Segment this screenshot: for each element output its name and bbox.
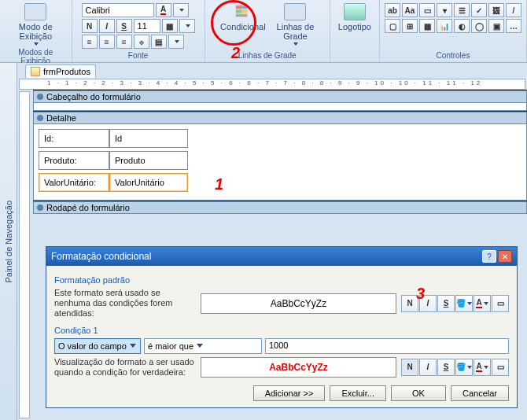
svg-rect-0 [236, 6, 241, 9]
align-left-button[interactable]: ≡ [82, 35, 98, 49]
default-enabled-button[interactable]: ▭ [492, 295, 509, 312]
vertical-ruler [19, 91, 30, 418]
fill-color-button[interactable]: ▦ [162, 19, 178, 33]
ribbon-group-label-controls: Controles [383, 50, 523, 61]
label-id[interactable]: Id: [39, 129, 109, 148]
control-tab-icon[interactable]: ⊞ [402, 19, 418, 33]
view-mode-label: Modo de Exibição [19, 22, 53, 41]
control-label-icon[interactable]: Aa [402, 3, 418, 17]
svg-rect-1 [241, 6, 247, 9]
gridlines-button[interactable]: Linhas de Grade [272, 2, 319, 47]
underline-button[interactable]: S [116, 19, 132, 33]
add-condition-button[interactable]: Adicionar >> [253, 385, 326, 401]
label-produto[interactable]: Produto: [39, 151, 109, 170]
control-rect-icon[interactable]: ▢ [385, 19, 400, 33]
field-id[interactable]: Id [109, 129, 188, 148]
condition-value-input[interactable]: 1000 [265, 338, 509, 354]
control-button-icon[interactable]: ▭ [419, 3, 435, 17]
chevron-down-icon [34, 42, 39, 46]
svg-rect-2 [236, 9, 241, 13]
band-header-formheader[interactable]: Cabeçalho do formulário [33, 90, 527, 103]
condition-operator-combo[interactable]: é maior que [144, 338, 262, 354]
svg-rect-3 [241, 9, 247, 13]
font-color-button[interactable]: A [156, 3, 171, 17]
control-option-icon[interactable]: ◯ [471, 19, 487, 33]
condition-format-desc: Visualização do formato a ser usado quan… [54, 357, 196, 378]
ribbon-group-font: Calibri A N I S 11 ▦ ≡ ≡ ≡ ⟐ ▤ Fonte [72, 0, 205, 62]
navigation-panel-label: Painel de Navegação [4, 201, 13, 283]
control-sub-icon[interactable]: ▦ [419, 19, 435, 33]
band-header-formfooter[interactable]: Rodapé do formulário [33, 201, 527, 214]
form-tab[interactable]: frmProdutos [25, 64, 96, 78]
control-toggle-icon[interactable]: ◐ [454, 19, 470, 33]
control-check-icon[interactable]: ✓ [471, 3, 487, 17]
ok-button[interactable]: OK [391, 385, 446, 401]
control-image-icon[interactable]: 🖼 [488, 3, 504, 17]
ribbon-group-label-grid: Linhas de Grade [208, 50, 326, 61]
cond-fill-button[interactable]: 🪣 [455, 359, 473, 376]
default-fill-button[interactable]: 🪣 [455, 295, 473, 312]
form-header-band: Cabeçalho do formulário [33, 90, 527, 111]
default-underline-button[interactable]: S [437, 295, 455, 312]
horizontal-ruler: 1 · 1 · 2 · 2 · 3 · 3 · 4 · 4 · 5 · 5 · … [19, 79, 525, 90]
cond-underline-button[interactable]: S [437, 359, 455, 376]
default-format-preview: AaBbCcYyZz [201, 293, 396, 314]
gridlines-icon [284, 3, 306, 20]
help-button[interactable]: ? [482, 250, 496, 263]
form-tab-label: frmProdutos [43, 67, 90, 76]
control-combo-icon[interactable]: ▾ [437, 3, 452, 17]
document-tabs: frmProdutos [17, 63, 527, 79]
default-bold-button[interactable]: N [401, 295, 418, 312]
close-button[interactable]: ✕ [498, 250, 512, 263]
condition-field-combo[interactable]: O valor do campo [54, 338, 141, 354]
control-more-icon[interactable]: … [506, 19, 521, 33]
cond-italic-button[interactable]: I [419, 359, 437, 376]
cancel-button[interactable]: Cancelar [451, 385, 509, 401]
logo-icon [344, 3, 366, 20]
band-header-detail[interactable]: Detalhe [33, 112, 527, 124]
logo-button[interactable]: Logotipo [334, 2, 376, 33]
delete-condition-button[interactable]: Excluir... [330, 385, 386, 401]
format-painter-button[interactable]: ⟐ [134, 35, 149, 49]
conditional-format-button[interactable]: Condicional [216, 2, 270, 33]
field-valorunitario[interactable]: ValorUnitário [109, 173, 188, 192]
control-frame-icon[interactable]: ▣ [488, 19, 504, 33]
dialog-titlebar: Formatação condicional ? ✕ [46, 247, 517, 266]
condition-format-tools: N I S 🪣 A ▭ [401, 359, 509, 376]
ribbon-group-label-font: Fonte [76, 50, 201, 61]
dialog-button-row: Adicionar >> Excluir... OK Cancelar [54, 385, 509, 401]
altfill-button[interactable]: ▤ [151, 35, 167, 49]
cond-bold-button[interactable]: N [401, 359, 418, 376]
detail-band: Detalhe Id: Id Produto: Produto ValorUni… [33, 111, 527, 201]
view-mode-button[interactable]: Modo de Exibição [14, 2, 57, 47]
default-fontcolor-button[interactable]: A [474, 295, 491, 312]
form-icon [31, 67, 40, 76]
cond-enabled-button[interactable]: ▭ [492, 359, 509, 376]
control-textbox-icon[interactable]: ab [385, 3, 400, 17]
default-format-desc: Este formato será usado se nenhuma das c… [54, 288, 196, 319]
svg-rect-4 [236, 14, 248, 17]
navigation-panel[interactable]: Painel de Navegação [0, 63, 17, 420]
ribbon-group-controls: ab Aa ▭ ▾ ☰ ✓ 🖼 / ▢ ⊞ ▦ 📊 ◐ ◯ ▣ … Contro… [380, 0, 527, 62]
align-center-button[interactable]: ≡ [99, 35, 115, 49]
cond-fontcolor-button[interactable]: A [474, 359, 491, 376]
label-valorunitario[interactable]: ValorUnitário: [39, 173, 109, 192]
font-size-select[interactable]: 11 [134, 19, 160, 33]
ribbon: Modo de Exibição Modos de Exibição Calib… [0, 0, 527, 63]
field-produto[interactable]: Produto [109, 151, 188, 170]
ribbon-group-modes: Modo de Exibição Modos de Exibição [0, 0, 72, 62]
align-right-button[interactable]: ≡ [116, 35, 132, 49]
default-italic-button[interactable]: I [419, 295, 437, 312]
control-list-icon[interactable]: ☰ [454, 3, 470, 17]
logo-label: Logotipo [338, 22, 371, 31]
ribbon-group-grid: Condicional Linhas de Grade Linhas de Gr… [205, 0, 330, 62]
condition-format-preview: AaBbCcYyZz [201, 357, 396, 378]
font-family-select[interactable]: Calibri [82, 3, 154, 17]
bold-button[interactable]: N [82, 19, 98, 33]
italic-button[interactable]: I [99, 19, 115, 33]
control-chart-icon[interactable]: 📊 [437, 19, 452, 33]
view-mode-icon [24, 3, 46, 20]
control-line-icon[interactable]: / [506, 3, 521, 17]
conditional-icon [234, 3, 252, 20]
section-default-format: Formatação padrão [54, 275, 509, 285]
